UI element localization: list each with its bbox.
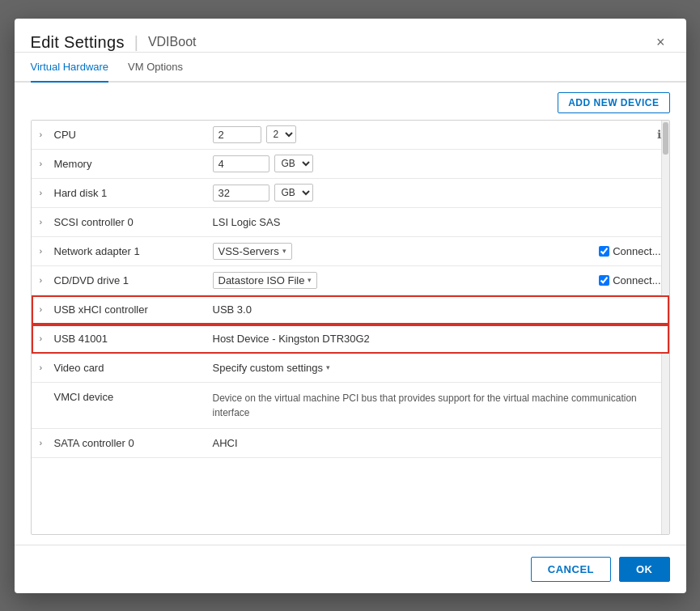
hard-disk-input[interactable]	[213, 185, 269, 202]
add-new-device-button[interactable]: ADD NEW DEVICE	[558, 92, 669, 113]
row-value: Specify custom settings ▾	[213, 362, 661, 374]
connect-checkbox-network: Connect...	[599, 245, 660, 257]
tab-vm-options[interactable]: VM Options	[128, 53, 183, 83]
table-row: › CPU 248 ℹ	[32, 121, 669, 150]
table-row: › SATA controller 0 AHCI	[32, 429, 669, 458]
table-row: › Memory GBMB	[32, 150, 669, 179]
row-label: CD/DVD drive 1	[51, 274, 213, 286]
row-value: LSI Logic SAS	[213, 216, 661, 228]
toolbar: ADD NEW DEVICE	[31, 92, 670, 113]
cddvd-value: Datastore ISO File	[218, 274, 305, 286]
chevron-down-icon: ▾	[282, 247, 286, 255]
row-label: SCSI controller 0	[51, 216, 213, 228]
row-label: Network adapter 1	[51, 245, 213, 257]
dialog-body: ADD NEW DEVICE › CPU 248 ℹ › Memory	[15, 83, 686, 545]
expand-icon[interactable]: ›	[40, 217, 51, 227]
memory-unit-dropdown[interactable]: GBMB	[274, 155, 313, 172]
table-row: › SCSI controller 0 LSI Logic SAS	[32, 208, 669, 237]
sata-value: AHCI	[213, 437, 238, 449]
expand-icon[interactable]: ›	[40, 159, 51, 168]
video-card-dropdown[interactable]: Specify custom settings ▾	[213, 362, 331, 374]
expand-icon[interactable]: ›	[40, 275, 51, 285]
table-row: › Video card Specify custom settings ▾	[32, 354, 669, 383]
ok-button[interactable]: OK	[619, 557, 670, 582]
dialog-title: Edit Settings	[31, 33, 125, 52]
expand-icon[interactable]: ›	[40, 304, 51, 314]
row-label: Video card	[51, 362, 213, 374]
cancel-button[interactable]: CANCEL	[531, 557, 611, 582]
expand-icon[interactable]: ›	[40, 129, 51, 139]
close-button[interactable]: ×	[651, 33, 670, 51]
usb-41001-value: Host Device - Kingston DTR30G2	[213, 333, 370, 345]
connect-checkbox-input[interactable]	[599, 275, 609, 286]
row-label: Memory	[51, 158, 213, 170]
row-value: GBMB	[213, 184, 661, 202]
table-row: › Network adapter 1 VSS-Servers ▾ Connec…	[32, 237, 669, 266]
cpu-dropdown[interactable]: 248	[266, 125, 296, 143]
network-value: VSS-Servers	[218, 245, 279, 257]
video-card-value: Specify custom settings	[213, 362, 324, 374]
row-value: 248	[213, 125, 657, 143]
tab-virtual-hardware[interactable]: Virtual Hardware	[31, 53, 109, 83]
row-label: SATA controller 0	[51, 437, 213, 449]
expand-icon[interactable]: ›	[40, 246, 51, 256]
expand-icon[interactable]: ›	[40, 188, 51, 197]
row-value: Host Device - Kingston DTR30G2	[213, 333, 661, 345]
row-value: USB 3.0	[213, 303, 661, 316]
vmci-description: Device on the virtual machine PCI bus th…	[213, 391, 661, 420]
row-value: VSS-Servers ▾	[213, 243, 600, 260]
hard-disk-unit-dropdown[interactable]: GBMB	[274, 184, 313, 202]
cddvd-dropdown[interactable]: Datastore ISO File ▾	[213, 272, 318, 289]
row-value: Datastore ISO File ▾	[213, 272, 600, 289]
connect-checkbox-cddvd: Connect...	[599, 274, 660, 286]
dialog-footer: CANCEL OK	[15, 545, 686, 593]
dialog-header: Edit Settings | VDIBoot ×	[15, 19, 686, 53]
dialog-subtitle: VDIBoot	[148, 35, 197, 49]
connect-label: Connect...	[613, 274, 660, 286]
row-label: Hard disk 1	[51, 187, 213, 199]
chevron-down-icon: ▾	[326, 363, 330, 371]
row-value: GBMB	[213, 155, 661, 172]
row-label: VMCI device	[51, 391, 213, 403]
scsi-value: LSI Logic SAS	[213, 216, 281, 228]
usb-xhci-value: USB 3.0	[213, 303, 252, 316]
dialog-separator: |	[134, 33, 138, 52]
row-label: USB xHCI controller	[51, 303, 213, 316]
row-value: AHCI	[213, 437, 661, 449]
row-label: CPU	[51, 129, 213, 141]
hardware-table: › CPU 248 ℹ › Memory GBMB	[31, 120, 670, 535]
network-dropdown[interactable]: VSS-Servers ▾	[213, 243, 292, 260]
chevron-down-icon: ▾	[308, 276, 312, 284]
cpu-input[interactable]	[213, 126, 261, 143]
expand-icon[interactable]: ›	[40, 363, 51, 372]
table-row: › USB xHCI controller USB 3.0	[32, 295, 669, 325]
edit-settings-dialog: Edit Settings | VDIBoot × Virtual Hardwa…	[15, 19, 686, 593]
row-value: Device on the virtual machine PCI bus th…	[213, 391, 661, 420]
tab-bar: Virtual Hardware VM Options	[15, 53, 686, 83]
table-row: › CD/DVD drive 1 Datastore ISO File ▾ Co…	[32, 266, 669, 295]
scrollbar-thumb[interactable]	[663, 122, 668, 155]
table-row: › USB 41001 Host Device - Kingston DTR30…	[32, 325, 669, 354]
expand-icon[interactable]: ›	[40, 333, 51, 343]
table-row: VMCI device Device on the virtual machin…	[32, 383, 669, 429]
connect-checkbox-input[interactable]	[599, 246, 609, 257]
row-label: USB 41001	[51, 333, 213, 345]
table-row: › Hard disk 1 GBMB	[32, 179, 669, 208]
connect-label: Connect...	[613, 245, 660, 257]
expand-icon[interactable]: ›	[40, 438, 51, 448]
memory-input[interactable]	[213, 155, 269, 172]
